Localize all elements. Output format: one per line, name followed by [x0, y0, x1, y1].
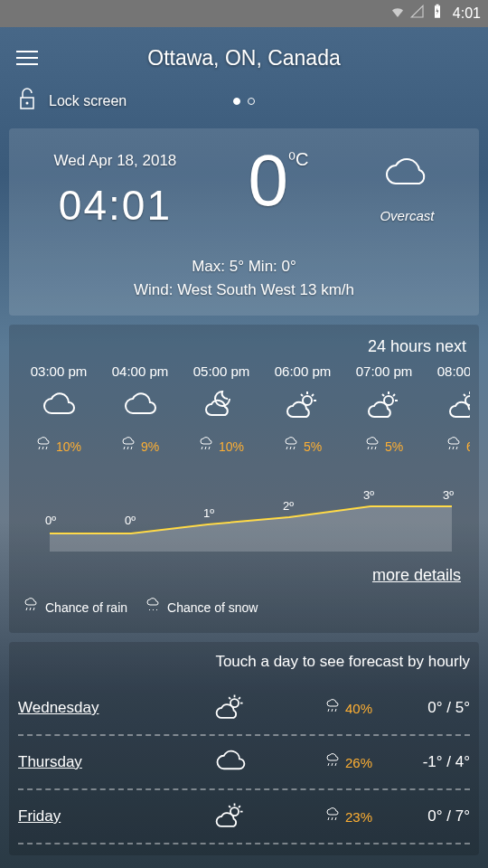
day-temps: 0° / 7° [398, 807, 470, 826]
snow-icon [145, 598, 162, 617]
chart-temp-0: 0º [45, 514, 56, 527]
status-time: 4:01 [453, 5, 481, 22]
chart-temp-4: 3º [363, 488, 374, 502]
day-precip: 23% [325, 807, 398, 826]
stats-block: Max: 5° Min: 0° Wind: West South West 13… [18, 255, 470, 301]
svg-point-2 [26, 102, 29, 105]
rain-icon [121, 437, 137, 456]
hour-col-1[interactable]: 04:00 pm 9% [99, 363, 181, 456]
rain-icon [284, 437, 300, 456]
temp-value: 0 [248, 152, 288, 210]
lock-screen-button[interactable]: Lock screen [16, 87, 127, 116]
hour-col-3[interactable]: 06:00 pm 5% [262, 363, 343, 456]
svg-rect-1 [436, 5, 438, 6]
location-title[interactable]: Ottawa, ON, Canada [49, 46, 439, 71]
status-bar: 4:01 [0, 0, 488, 27]
cloud-icon [136, 747, 325, 778]
date-time-block: Wed Apr 18, 2018 04:01 [54, 152, 177, 230]
legend: Chance of rain Chance of snow [18, 594, 470, 620]
hour-time: 05:00 pm [181, 363, 262, 379]
day-name: Wednesday [18, 699, 136, 717]
chart-temp-5: 3º [443, 488, 454, 502]
partly-sunny-icon [136, 693, 325, 723]
rain-icon [325, 753, 342, 772]
chart-temp-2: 1º [203, 506, 214, 520]
hour-precip: 9% [99, 437, 181, 456]
temp-unit: ⁰C [288, 148, 308, 170]
cell-icon [409, 4, 426, 24]
legend-rain-label: Chance of rain [45, 600, 127, 615]
hour-precip: 6% [425, 437, 470, 456]
current-temp: 0 ⁰C [248, 152, 308, 210]
battery-icon [429, 4, 446, 24]
header: Ottawa, ON, Canada [0, 27, 488, 81]
rain-icon [365, 437, 381, 456]
current-clock: 04:01 [54, 181, 177, 230]
hour-time: 03:00 pm [18, 363, 99, 379]
rain-icon [325, 699, 342, 718]
rain-icon [23, 598, 40, 617]
hour-precip: 10% [18, 437, 99, 456]
hour-time: 08:00 pm [425, 363, 470, 379]
menu-button[interactable] [16, 42, 49, 74]
day-name: Thursday [18, 753, 136, 771]
chart-temp-3: 2º [283, 499, 294, 513]
chart-temp-1: 0º [125, 514, 136, 527]
hour-col-4[interactable]: 07:00 pm 5% [343, 363, 425, 456]
daily-hint: Touch a day to see forecast by hourly [18, 653, 470, 671]
hours-title: 24 hours next [18, 337, 470, 356]
condition-label: Overcast [380, 208, 434, 223]
day-precip: 26% [325, 753, 398, 772]
cloud-icon [18, 386, 99, 426]
cloud-icon [99, 386, 181, 426]
day-row-friday[interactable]: Friday 23% 0° / 7° [18, 790, 470, 844]
hour-precip: 5% [262, 437, 343, 456]
partly-sunny-icon [136, 801, 325, 832]
day-row-wednesday[interactable]: Wednesday 40% 0° / 5° [18, 682, 470, 736]
day-temps: 0° / 5° [398, 699, 470, 717]
hour-col-5[interactable]: 08:00 pm 6% [425, 363, 470, 456]
lock-label: Lock screen [49, 93, 127, 109]
max-min-label: Max: 5° Min: 0° [18, 255, 470, 278]
wind-label: Wind: West South West 13 km/h [18, 278, 470, 302]
hour-precip: 10% [181, 437, 262, 456]
partly-sunny-icon [262, 386, 343, 426]
dot-1[interactable] [233, 98, 240, 105]
hours-row[interactable]: 03:00 pm 10% 04:00 pm 9% 05:00 pm 10% 06… [18, 363, 470, 456]
current-date: Wed Apr 18, 2018 [54, 152, 177, 170]
hour-col-0[interactable]: 03:00 pm 10% [18, 363, 99, 456]
day-precip: 40% [325, 699, 398, 718]
hour-time: 07:00 pm [343, 363, 425, 379]
partly-sunny-icon [343, 386, 425, 426]
hour-col-2[interactable]: 05:00 pm 10% [181, 363, 262, 456]
wifi-icon [389, 4, 406, 24]
day-row-thursday[interactable]: Thursday 26% -1° / 4° [18, 736, 470, 790]
rain-icon [36, 437, 52, 456]
current-weather-card[interactable]: Wed Apr 18, 2018 04:01 0 ⁰C Overcast Max… [9, 128, 479, 316]
condition-block: Overcast [380, 152, 434, 223]
lock-row: Lock screen [0, 81, 488, 119]
daily-card: Touch a day to see forecast by hourly We… [9, 642, 479, 855]
dot-2[interactable] [248, 98, 255, 105]
hour-time: 04:00 pm [99, 363, 181, 379]
hour-precip: 5% [343, 437, 425, 456]
overcast-icon [380, 184, 434, 200]
rain-icon [199, 437, 215, 456]
page-dots[interactable] [233, 98, 255, 105]
partly-sunny-icon [425, 386, 470, 426]
lock-icon [16, 87, 38, 116]
day-temps: -1° / 4° [398, 753, 470, 771]
legend-rain: Chance of rain [23, 598, 127, 617]
svg-marker-6 [50, 506, 452, 552]
rain-icon [446, 437, 463, 456]
legend-snow: Chance of snow [145, 598, 258, 617]
hourly-card[interactable]: 24 hours next 03:00 pm 10% 04:00 pm 9% 0… [9, 325, 479, 633]
day-name: Friday [18, 807, 136, 826]
more-details-link[interactable]: more details [18, 561, 470, 594]
temp-chart: 0º 0º 1º 2º 3º 3º [27, 479, 461, 552]
rain-icon [325, 807, 342, 826]
hour-time: 06:00 pm [262, 363, 343, 379]
legend-snow-label: Chance of snow [167, 600, 258, 615]
cloud-moon-icon [181, 386, 262, 426]
